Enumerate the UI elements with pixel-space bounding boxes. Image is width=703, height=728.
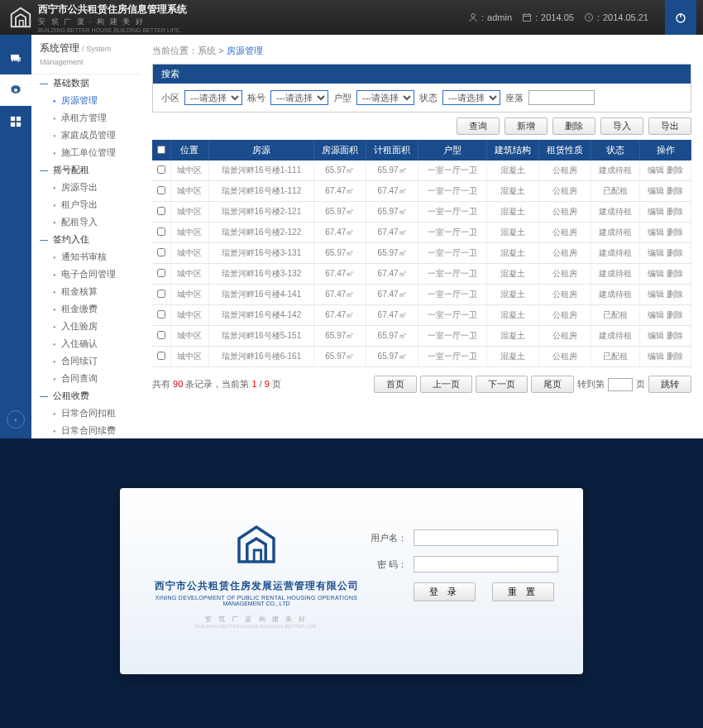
search-select[interactable]: ---请选择--- [270,90,328,105]
nav-item[interactable]: 房源导出 [31,179,141,196]
row-checkbox[interactable] [157,331,165,339]
row-checkbox[interactable] [157,165,165,174]
edit-link[interactable]: 编辑 [648,207,664,216]
select-all-checkbox[interactable] [157,146,165,154]
table-row: 城中区瑞景河畔16号楼1-11267.47㎡67.47㎡一室一厅一卫混凝土公租房… [152,181,691,202]
row-checkbox[interactable] [157,207,165,215]
pager-goto-input[interactable] [608,378,633,391]
action-button[interactable]: 查询 [457,117,500,135]
nav-item[interactable]: 房源管理 [31,92,141,109]
breadcrumb-current: 房源管理 [227,46,263,55]
table-cell: 建成待租 [591,160,640,181]
nav-item[interactable]: 家庭成员管理 [31,127,141,144]
action-button[interactable]: 删除 [552,117,595,135]
table-cell: 67.47㎡ [313,264,366,285]
edit-link[interactable]: 编辑 [648,269,664,278]
pager-button[interactable]: 首页 [374,376,417,393]
login-section: 西宁市公共租赁住房发展运营管理有限公司 XINING DEVELOPMENT O… [0,438,703,728]
nav-item[interactable]: 通知书审核 [31,248,141,266]
search-select[interactable]: ---请选择--- [184,90,242,105]
table-cell: 瑞景河畔16号楼2-121 [209,202,313,223]
rail-collapse-button[interactable]: ‹ [7,410,25,429]
edit-link[interactable]: 编辑 [648,165,664,175]
password-input[interactable] [414,556,558,572]
rail-message-icon[interactable] [0,43,31,74]
nav-item[interactable]: 入住验房 [31,318,141,335]
edit-link[interactable]: 编辑 [648,290,664,299]
row-checkbox[interactable] [157,310,165,318]
edit-link[interactable]: 编辑 [648,228,664,237]
nav-item[interactable]: 入住确认 [31,335,141,352]
nav-item[interactable]: 配租导入 [31,213,141,231]
delete-link[interactable]: 删除 [667,310,683,319]
nav-item[interactable]: 承租方管理 [31,109,141,127]
nav-item[interactable]: 租户导出 [31,196,141,213]
nav-item[interactable]: 租金核算 [31,283,141,300]
delete-link[interactable]: 删除 [667,165,683,175]
search-input[interactable] [528,90,595,105]
delete-link[interactable]: 删除 [667,207,683,216]
edit-link[interactable]: 编辑 [648,331,664,340]
delete-link[interactable]: 删除 [667,331,683,340]
table-row: 城中区瑞景河畔16号楼6-16165.97㎡65.97㎡一室一厅一卫混凝土公租房… [152,347,691,367]
nav-item[interactable]: 租金缴费 [31,300,141,318]
row-checkbox[interactable] [157,186,165,194]
nav-group-header[interactable]: 签约入住 [31,231,141,248]
table-cell: 65.97㎡ [313,243,366,264]
nav-group-header[interactable]: 公租收费 [31,387,141,405]
table-cell: 建成待租 [591,264,640,285]
username-input[interactable] [414,529,558,546]
table-row: 城中区瑞景河畔16号楼2-12165.97㎡65.97㎡一室一厅一卫混凝土公租房… [152,202,691,223]
action-button[interactable]: 导出 [648,117,691,135]
row-checkbox[interactable] [157,352,165,360]
search-select[interactable]: ---请选择--- [442,90,500,105]
pager-button[interactable]: 尾页 [531,376,574,393]
delete-link[interactable]: 删除 [667,290,683,299]
rail-grid-icon[interactable] [0,106,31,137]
action-button[interactable]: 导入 [600,117,643,135]
edit-link[interactable]: 编辑 [648,186,664,195]
row-checkbox[interactable] [157,269,165,277]
power-button[interactable] [665,0,696,35]
action-button[interactable]: 新增 [505,117,548,135]
pager-button[interactable]: 上一页 [420,376,472,393]
calendar-icon [522,12,532,22]
table-cell: 一室一厅一卫 [418,326,486,347]
delete-link[interactable]: 删除 [667,269,683,278]
nav-item[interactable]: 合同查询 [31,370,141,387]
nav-item[interactable]: 日常合同续费 [31,422,141,438]
svg-point-5 [14,89,17,92]
user-info[interactable]: : admin [468,12,512,22]
delete-link[interactable]: 删除 [667,186,683,195]
nav-item[interactable]: 施工单位管理 [31,144,141,161]
nav-group-header[interactable]: 基础数据 [31,74,141,92]
nav-item[interactable]: 合同续订 [31,352,141,370]
table-cell: 67.47㎡ [366,181,418,202]
rail-settings-icon[interactable] [0,74,31,106]
row-checkbox[interactable] [157,248,165,256]
nav-group-header[interactable]: 摇号配租 [31,161,141,179]
row-checkbox[interactable] [157,228,165,236]
edit-link[interactable]: 编辑 [648,248,664,257]
table-cell: 城中区 [170,326,209,347]
edit-link[interactable]: 编辑 [648,352,664,361]
table-header [152,140,170,160]
table-cell: 一室一厅一卫 [418,181,486,202]
app-subtitle-en: BUILDING BETTER HOUSE,BUILDING BETTER LI… [38,27,187,33]
pager-go-button[interactable]: 跳转 [648,376,691,393]
pager-button[interactable]: 下一页 [476,376,528,393]
nav-item[interactable]: 日常合同扣租 [31,405,141,422]
delete-link[interactable]: 删除 [667,248,683,257]
table-cell: 一室一厅一卫 [418,223,486,243]
table-cell: 65.97㎡ [366,326,418,347]
reset-button[interactable]: 重 置 [492,582,554,601]
edit-link[interactable]: 编辑 [648,310,664,319]
breadcrumb: 当前位置：系统 > 房源管理 [152,41,691,64]
nav-item[interactable]: 电子合同管理 [31,266,141,283]
row-checkbox[interactable] [157,290,165,298]
search-label: 小区 [161,92,179,104]
delete-link[interactable]: 删除 [667,352,683,361]
login-button[interactable]: 登 录 [414,582,476,601]
search-select[interactable]: ---请选择--- [356,90,414,105]
delete-link[interactable]: 删除 [667,228,683,237]
